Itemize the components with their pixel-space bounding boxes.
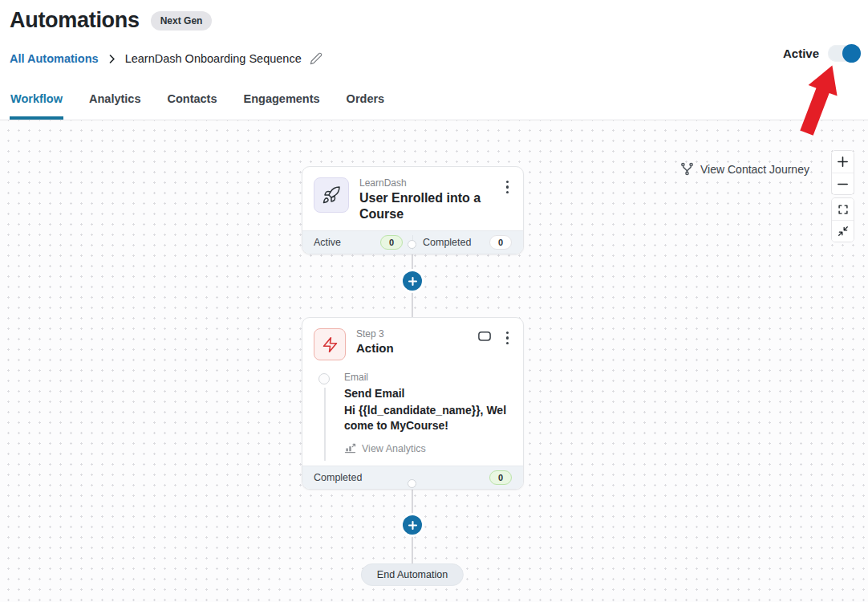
status-toggle-group: Active (783, 45, 860, 62)
active-toggle[interactable] (828, 45, 860, 62)
automation-name: LearnDash Onboarding Sequence (125, 52, 302, 65)
timeline-dot (318, 373, 330, 384)
action-completed-label: Completed (314, 472, 362, 483)
action-title: Action (356, 341, 467, 356)
automations-page: Automations Next Gen All Automations Lea… (0, 0, 868, 602)
zoom-out-button[interactable] (832, 173, 854, 194)
connector-handle (408, 479, 416, 488)
trigger-title: User Enrolled into a Course (359, 190, 493, 222)
connector-handle (408, 240, 416, 249)
workflow-canvas[interactable]: View Contact Journey (0, 120, 868, 602)
add-step-button[interactable] (403, 271, 422, 291)
action-completed-count: 0 (489, 470, 512, 485)
page-title: Automations (10, 8, 140, 33)
tab-engagements[interactable]: Engagements (243, 87, 321, 120)
expand-icon (838, 204, 849, 215)
view-contact-journey-button[interactable]: View Contact Journey (680, 162, 809, 176)
comment-bubble-icon (477, 330, 492, 343)
trigger-completed-label: Completed (423, 237, 471, 248)
plus-icon (837, 156, 849, 168)
timeline-line (324, 388, 326, 461)
tab-analytics[interactable]: Analytics (88, 87, 141, 120)
compress-icon (838, 226, 849, 237)
breadcrumb-chevron-icon (107, 54, 117, 64)
end-automation-node: End Automation (361, 563, 464, 586)
email-type-label: Email (344, 372, 512, 383)
trigger-provider: LearnDash (359, 177, 493, 189)
analytics-chart-icon (344, 443, 356, 454)
plus-icon (408, 276, 418, 287)
canvas-zoom-toolbar (831, 150, 854, 242)
rocket-icon (314, 177, 349, 213)
trigger-completed-count: 0 (489, 235, 512, 250)
action-card[interactable]: Step 3 Action Email Send Email Hi {{ld_c… (302, 317, 524, 490)
next-gen-badge: Next Gen (151, 11, 213, 31)
fullscreen-button[interactable] (832, 220, 854, 242)
action-card-body: Email Send Email Hi {{ld_candidate_name}… (302, 364, 523, 466)
add-step-button[interactable] (403, 515, 422, 535)
journey-label: View Contact Journey (700, 163, 809, 176)
add-note-button[interactable] (477, 330, 492, 343)
tab-contacts[interactable]: Contacts (166, 87, 217, 120)
tab-orders[interactable]: Orders (346, 87, 386, 120)
fit-view-button[interactable] (832, 198, 854, 220)
view-analytics-link[interactable]: View Analytics (344, 443, 512, 454)
page-header: Automations Next Gen All Automations Lea… (0, 0, 868, 68)
journey-branch-icon (680, 162, 694, 176)
zoom-in-button[interactable] (832, 151, 854, 173)
email-subject: Hi {{ld_candidate_name}}, Welcome to MyC… (344, 403, 512, 433)
trigger-active-count: 0 (380, 235, 403, 250)
edit-name-button[interactable] (310, 52, 322, 65)
toggle-knob (842, 44, 861, 63)
action-step-label: Step 3 (356, 328, 467, 340)
breadcrumb: All Automations LearnDash Onboarding Seq… (10, 49, 858, 68)
tab-bar: Workflow Analytics Contacts Engagements … (0, 87, 868, 120)
all-automations-link[interactable]: All Automations (10, 52, 99, 65)
plus-icon (408, 520, 418, 531)
active-toggle-label: Active (783, 47, 819, 60)
lightning-bolt-icon (314, 328, 346, 360)
minus-icon (837, 178, 849, 190)
tab-workflow[interactable]: Workflow (10, 87, 63, 120)
trigger-active-label: Active (314, 237, 341, 248)
view-analytics-label: View Analytics (362, 443, 426, 454)
action-menu-button[interactable] (503, 330, 512, 346)
pencil-icon (310, 52, 322, 65)
email-action-name: Send Email (344, 387, 512, 400)
trigger-menu-button[interactable] (503, 179, 512, 195)
